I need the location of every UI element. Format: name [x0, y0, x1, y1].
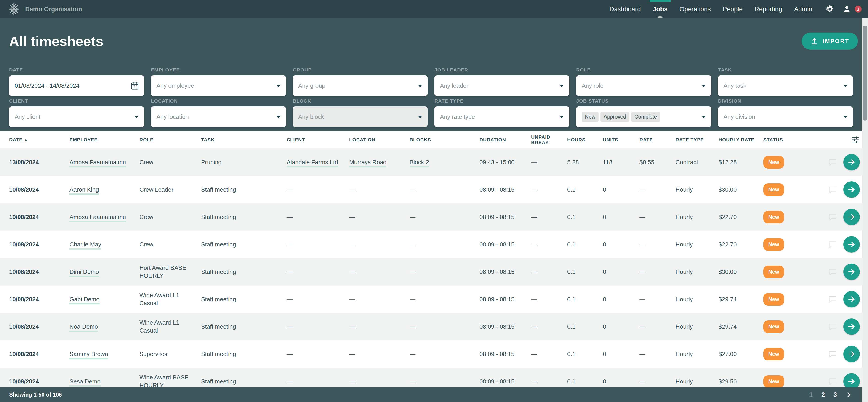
column-header-status[interactable]: STATUS	[763, 137, 823, 142]
comment-icon[interactable]	[828, 212, 837, 222]
column-header-date[interactable]: DATE▲	[9, 137, 69, 142]
cell-task: Staff meeting	[201, 350, 236, 358]
column-header-task[interactable]: TASK	[201, 137, 287, 142]
employee-link[interactable]: Gabi Demo	[69, 296, 100, 304]
job-status-chip-approved[interactable]: Approved	[600, 112, 629, 122]
column-header-unpaid-break[interactable]: UNPAID BREAK	[531, 134, 567, 145]
open-timesheet-button[interactable]	[843, 209, 860, 225]
column-header-role[interactable]: ROLE	[140, 137, 201, 142]
employee-select[interactable]: Any employee	[151, 75, 286, 96]
column-header-client[interactable]: CLIENT	[287, 137, 349, 142]
column-header-hours[interactable]: HOURS	[567, 137, 603, 142]
employee-link[interactable]: Amosa Faamatuaimu	[69, 159, 126, 167]
employee-link[interactable]: Amosa Faamatuaimu	[69, 213, 126, 222]
rate-type-select[interactable]: Any rate type	[434, 106, 569, 127]
client-link: —	[287, 323, 292, 330]
division-select[interactable]: Any division	[718, 106, 853, 127]
filter-job-status-label: JOB STATUS	[576, 98, 711, 104]
job-status-chip-new[interactable]: New	[582, 112, 598, 122]
cell-rate-type: Hourly	[676, 323, 693, 330]
employee-link[interactable]: Charlie May	[69, 241, 101, 250]
job-leader-select[interactable]: Any leader	[434, 75, 569, 96]
open-timesheet-button[interactable]	[843, 319, 860, 335]
blocks-link: —	[409, 296, 415, 303]
employee-link[interactable]: Aaron King	[69, 186, 99, 195]
cell-unpaid-break: —	[531, 378, 537, 385]
open-timesheet-button[interactable]	[843, 346, 860, 362]
nav-item-people[interactable]: People	[717, 0, 748, 18]
chevron-down-icon	[276, 116, 280, 118]
settings-gear-button[interactable]	[826, 5, 834, 13]
column-header-location[interactable]: LOCATION	[349, 137, 409, 142]
cell-hourly-rate: $29.74	[718, 296, 737, 303]
comment-icon[interactable]	[828, 240, 837, 249]
column-header-rate[interactable]: RATE	[640, 137, 676, 142]
comment-icon[interactable]	[828, 377, 837, 386]
column-header-rate-type[interactable]: RATE TYPE	[676, 137, 718, 142]
date-range-input[interactable]: 01/08/2024 - 14/08/2024	[9, 75, 144, 96]
comment-icon[interactable]	[828, 185, 837, 194]
next-page-button[interactable]	[846, 392, 852, 398]
location-select[interactable]: Any location	[151, 106, 286, 127]
vertical-scrollbar[interactable]	[862, 18, 868, 402]
cell-hours: 5.28	[567, 159, 579, 166]
column-settings-icon[interactable]	[851, 135, 860, 144]
cell-units: 118	[603, 159, 612, 166]
comment-icon[interactable]	[828, 349, 837, 359]
cell-role: Wine Award BASE HOURLY	[140, 374, 189, 389]
cell-rate-type: Hourly	[676, 350, 693, 358]
nav-item-operations[interactable]: Operations	[674, 0, 717, 18]
comment-icon[interactable]	[828, 322, 837, 331]
page-3-button[interactable]: 3	[834, 391, 837, 398]
column-header-blocks[interactable]: BLOCKS	[409, 137, 479, 142]
open-timesheet-button[interactable]	[843, 154, 860, 170]
pagination: 1 2 3	[809, 391, 852, 398]
nav-item-admin[interactable]: Admin	[788, 0, 818, 18]
blocks-link: —	[409, 241, 415, 248]
column-header-hourly-rate[interactable]: HOURLY RATE	[718, 137, 763, 142]
column-header-duration[interactable]: DURATION	[479, 137, 531, 142]
cell-hours: 0.1	[567, 378, 576, 385]
import-button[interactable]: IMPORT	[802, 33, 858, 49]
location-link[interactable]: Murrays Road	[349, 159, 386, 167]
task-select[interactable]: Any task	[718, 75, 853, 96]
group-select[interactable]: Any group	[293, 75, 428, 96]
notification-badge[interactable]: 1	[855, 6, 862, 12]
client-select[interactable]: Any client	[9, 106, 144, 127]
open-timesheet-button[interactable]	[843, 291, 860, 307]
comment-icon[interactable]	[828, 294, 837, 304]
comment-icon[interactable]	[828, 267, 837, 277]
page-1-button[interactable]: 1	[809, 391, 813, 398]
cell-task: Staff meeting	[201, 296, 236, 303]
client-link: —	[287, 268, 292, 275]
arrow-right-icon	[847, 377, 856, 386]
open-timesheet-button[interactable]	[843, 264, 860, 280]
employee-link[interactable]: Noa Demo	[69, 323, 98, 332]
nav-item-reporting[interactable]: Reporting	[748, 0, 788, 18]
column-header-units[interactable]: UNITS	[603, 137, 640, 142]
blocks-link[interactable]: Block 2	[409, 159, 429, 167]
nav-item-dashboard[interactable]: Dashboard	[603, 0, 647, 18]
cell-rate-type: Hourly	[676, 296, 693, 303]
cell-duration: 08:09 - 08:15	[479, 241, 515, 248]
nav-item-jobs[interactable]: Jobs	[647, 0, 674, 18]
job-status-chip-complete[interactable]: Complete	[631, 112, 660, 122]
employee-link[interactable]: Sesa Demo	[69, 378, 100, 387]
job-status-select[interactable]: New Approved Complete	[576, 106, 711, 127]
client-link[interactable]: Alandale Farms Ltd	[287, 159, 338, 167]
open-timesheet-button[interactable]	[843, 236, 860, 253]
open-timesheet-button[interactable]	[843, 181, 860, 198]
user-menu[interactable]: 1	[842, 5, 862, 13]
comment-icon[interactable]	[828, 157, 837, 167]
employee-link[interactable]: Sammy Brown	[69, 350, 108, 359]
page-2-button[interactable]: 2	[822, 391, 825, 398]
filter-group: GROUP Any group	[293, 65, 428, 96]
column-header-employee[interactable]: EMPLOYEE	[69, 137, 140, 142]
employee-link[interactable]: Dimi Demo	[69, 268, 99, 277]
scrollbar-thumb[interactable]	[863, 26, 867, 121]
role-select[interactable]: Any role	[576, 75, 711, 96]
job-leader-select-value: Any leader	[440, 82, 468, 89]
cell-rate-type: Hourly	[676, 268, 693, 275]
cell-duration: 08:09 - 08:15	[479, 213, 515, 221]
cell-duration: 08:09 - 08:15	[479, 268, 515, 275]
